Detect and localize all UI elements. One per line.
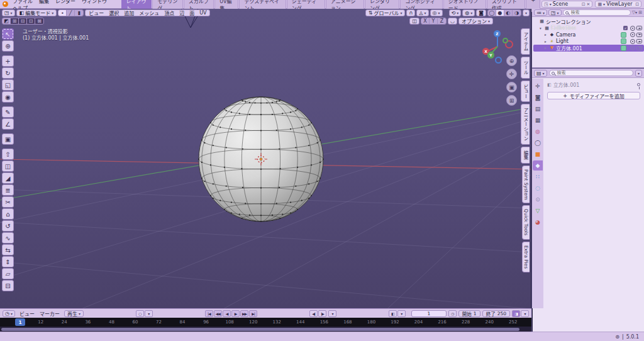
hide-eye-icon[interactable] — [630, 45, 635, 50]
auto-keying-button[interactable]: ○ — [136, 310, 144, 317]
hide-eye-icon[interactable] — [630, 39, 635, 44]
gizmo-z-neg[interactable] — [495, 57, 502, 64]
properties-tab-scene[interactable]: ◍ — [533, 126, 543, 137]
topbar-menu[interactable]: ファイル — [9, 0, 36, 5]
tool-poly-build[interactable]: ⌂ — [2, 208, 14, 220]
new-collection-icon[interactable]: ⊞ — [638, 10, 642, 15]
use-preview-range-toggle[interactable]: ◨ — [512, 310, 520, 317]
timeline-menu[interactable]: ビュー — [17, 311, 37, 318]
add-modifier-button[interactable]: + モディファイアーを追加 — [547, 92, 640, 99]
timeline-ruler[interactable]: 1224364860728496108120132144156168180192… — [0, 318, 531, 327]
disclosure-icon[interactable]: ▸ — [543, 46, 548, 50]
mirror-axis-toggle[interactable]: X — [421, 18, 430, 24]
tool-rotate[interactable]: ↻ — [2, 67, 14, 79]
tool-scale[interactable]: ◱ — [2, 79, 14, 91]
properties-tab-modifiers[interactable]: ◆ — [533, 160, 543, 170]
outliner-search[interactable] — [563, 9, 631, 16]
tool-shear[interactable]: ▱ — [2, 268, 14, 279]
properties-tab-render[interactable]: ◙ — [533, 92, 543, 103]
gizmo-y-axis[interactable]: Y — [487, 52, 494, 59]
outliner-row-collection[interactable]: ▾ ▦ Collection ✓ — [533, 25, 644, 32]
sidebar-tab[interactable]: 編集 — [521, 147, 530, 164]
current-frame-marker[interactable]: 1 — [15, 318, 25, 326]
tool-add-cube[interactable]: ▣ — [2, 133, 14, 145]
sidebar-tab[interactable]: ツール — [521, 57, 530, 79]
playback-jump-to-end[interactable]: ▶| — [249, 310, 257, 317]
blender-logo-icon[interactable] — [3, 1, 8, 7]
preview-options-dropdown[interactable]: ▾ — [521, 310, 529, 317]
playback-frame-forward[interactable]: |▶ — [318, 310, 326, 317]
properties-search[interactable] — [549, 70, 633, 76]
mirror-axis-toggle[interactable]: Y — [430, 18, 438, 24]
copy-viewlayer-icon[interactable]: ⊡ — [635, 2, 639, 7]
viewport-menu[interactable]: 辺 — [177, 9, 187, 16]
shading-mode-button[interactable]: ◯ — [488, 10, 496, 16]
shading-mode-button[interactable]: ● — [496, 10, 504, 16]
funnel-filter-icon[interactable]: ▽▾ — [632, 10, 637, 15]
disclosure-icon[interactable]: ▸ — [543, 33, 548, 36]
sidebar-tab[interactable]: Paint System — [522, 165, 530, 204]
properties-options-dropdown[interactable]: ▾ — [635, 70, 642, 77]
pin-icon[interactable] — [637, 83, 640, 86]
overlays-dropdown[interactable]: ◍▾ — [462, 9, 475, 16]
tool-move[interactable]: + — [2, 55, 14, 67]
disclosure-icon[interactable]: ▸ — [543, 40, 548, 43]
snap-settings-dropdown[interactable]: ◬▾ — [416, 9, 428, 16]
select-mode-button[interactable]: ∙ — [58, 10, 67, 16]
tool-smooth[interactable]: ∿ — [2, 232, 14, 243]
sidebar-tab[interactable]: ビュー — [521, 81, 530, 103]
xray-toggle-button[interactable]: ◙ — [476, 9, 486, 16]
playback-frame-back[interactable]: ◀| — [309, 310, 318, 317]
viewport-camera-view-button[interactable]: ▣ — [506, 82, 517, 92]
tool-annotate[interactable]: ✎ — [2, 106, 14, 118]
outliner-filter-dropdown[interactable]: ◳▾ — [548, 9, 562, 16]
viewport-menu[interactable]: UV — [197, 10, 209, 16]
frame-start-field[interactable]: 開始 1 — [458, 310, 480, 317]
select-mode-button[interactable]: ▮ — [75, 10, 83, 16]
copy-scene-icon[interactable]: ⊡ — [582, 2, 586, 7]
tool-shrink-fatten[interactable]: ⇕ — [2, 256, 14, 267]
outliner-row-camera[interactable]: ▸ ◆ Camera — [533, 31, 644, 38]
topbar-menu[interactable]: 編集 — [36, 0, 52, 5]
sidebar-tab[interactable]: アニメーション — [521, 104, 530, 145]
sidebar-tab[interactable]: アイテム — [521, 28, 530, 55]
proportional-edit-dropdown[interactable]: ◎▾ — [430, 9, 443, 16]
tool-bevel[interactable]: ◢ — [2, 172, 14, 184]
viewport-zoom-button[interactable]: ⊕ — [506, 55, 517, 66]
playback-play[interactable]: ▶ — [231, 310, 240, 317]
viewport-menu[interactable]: 頂点 — [162, 9, 177, 16]
gizmo-dropdown[interactable]: ⟲▾ — [449, 9, 462, 16]
tool-inset-faces[interactable]: ◫ — [2, 160, 14, 172]
timeline-scrollbar[interactable] — [0, 327, 531, 332]
playback-menu-dropdown[interactable]: 再生▾ — [64, 310, 84, 317]
disable-render-icon[interactable] — [636, 39, 642, 43]
mirror-axis-toggle[interactable]: Z — [438, 18, 446, 24]
tool-measure[interactable]: ∠ — [2, 118, 14, 130]
tool-rip-region[interactable]: ⊟ — [2, 280, 14, 291]
tool-extrude-region[interactable]: ⇧ — [2, 148, 14, 160]
falloff-icon-button[interactable]: ◡ — [448, 18, 457, 25]
unlink-scene-icon[interactable]: ✕ — [587, 2, 591, 7]
sidebar-tab[interactable]: Extra Pies — [522, 242, 530, 272]
properties-tab-world[interactable]: ◯ — [533, 138, 543, 148]
tool-transform[interactable]: ◉ — [2, 91, 14, 103]
disclosure-icon[interactable]: ▾ — [538, 26, 543, 30]
clock-icon-button[interactable]: ◷ — [448, 310, 457, 317]
properties-tab-object[interactable]: ■ — [533, 149, 543, 159]
properties-tab-tool[interactable]: ✛ — [533, 81, 543, 91]
scrollbar-thumb[interactable] — [1, 328, 519, 331]
outliner-search-input[interactable] — [570, 9, 628, 16]
frame-end-field[interactable]: 終了 250 — [482, 310, 510, 317]
tool-spin[interactable]: ↺ — [2, 220, 14, 232]
current-frame-field[interactable]: 1 — [411, 310, 447, 317]
timeline-menu[interactable]: マーカー — [37, 311, 62, 318]
playback-jump-to-start[interactable]: |◀ — [205, 310, 213, 317]
playback-next-keyframe[interactable]: ▶▶ — [240, 310, 248, 317]
shading-mode-button[interactable]: ◐ — [504, 10, 513, 16]
disable-render-icon[interactable] — [636, 33, 642, 37]
preview-range-dropdown[interactable]: ▾ — [397, 310, 406, 317]
tool-edge-slide[interactable]: ⇆ — [2, 244, 14, 255]
sidebar-tab[interactable]: Quick Tools — [522, 205, 530, 239]
tool-cursor[interactable]: ⊕ — [2, 40, 14, 52]
properties-tab-physics[interactable]: ◌ — [533, 183, 543, 193]
